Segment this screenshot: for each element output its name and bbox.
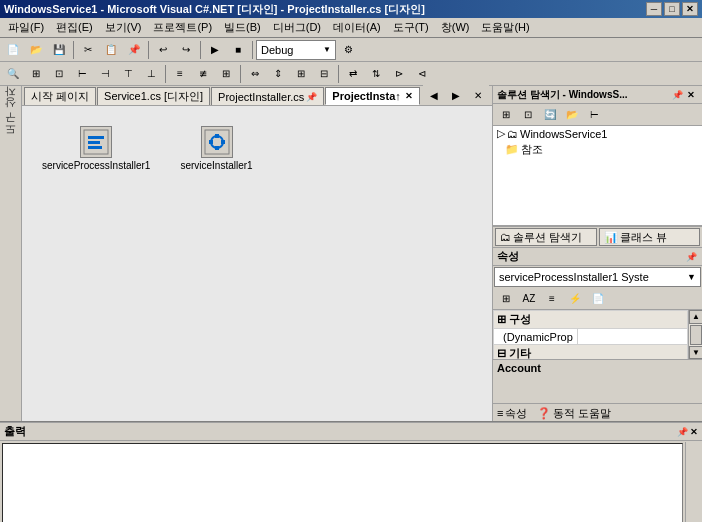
props-scrollbar[interactable]: ▲ ▼ [688, 310, 702, 359]
tb2-btn17[interactable]: ⊳ [388, 64, 410, 84]
props-show-props[interactable]: ≡ [541, 289, 563, 309]
close-icon[interactable]: ✕ [405, 91, 413, 101]
menu-build[interactable]: 빌드(B) [218, 19, 267, 36]
tb2-btn2[interactable]: ⊞ [25, 64, 47, 84]
sidebar-toolbox[interactable]: 도구 상자 [1, 90, 20, 145]
tab-scroll-right[interactable]: ▶ [445, 85, 467, 105]
properties-object-selector[interactable]: serviceProcessInstaller1 Syste ▼ [494, 267, 701, 287]
tab-label: 시작 페이지 [31, 89, 89, 104]
stop-btn[interactable]: ■ [227, 40, 249, 60]
title-bar: WindowsService1 - Microsoft Visual C#.NE… [0, 0, 702, 18]
props-tab-properties[interactable]: ≡ 속성 [493, 406, 531, 421]
properties-header: 속성 📌 [493, 248, 702, 266]
solution-explorer-title: 솔루션 탐색기 - WindowsS... [497, 88, 670, 102]
tab-start-page[interactable]: 시작 페이지 [24, 87, 96, 105]
solution-tab[interactable]: 🗂 솔루션 탐색기 [495, 228, 597, 246]
menu-view[interactable]: 보기(V) [99, 19, 148, 36]
props-show-events[interactable]: ⚡ [564, 289, 586, 309]
output-close[interactable]: ✕ [690, 427, 698, 437]
config-dropdown[interactable]: Debug ▼ [256, 40, 336, 60]
tb2-btn10[interactable]: ⊞ [215, 64, 237, 84]
tb2-btn5[interactable]: ⊣ [94, 64, 116, 84]
tb2-btn3[interactable]: ⊡ [48, 64, 70, 84]
tb2-btn13[interactable]: ⊞ [290, 64, 312, 84]
panel-pin[interactable]: 📌 [670, 88, 684, 102]
title-text: WindowsService1 - Microsoft Visual C#.NE… [4, 2, 646, 17]
menu-file[interactable]: 파일(F) [2, 19, 50, 36]
scroll-down[interactable]: ▼ [689, 346, 702, 360]
tree-references[interactable]: 📁 참조 [493, 141, 702, 158]
tab-service1[interactable]: Service1.cs [디자인] [97, 87, 210, 105]
tb2-btn18[interactable]: ⊲ [411, 64, 433, 84]
minimize-button[interactable]: ─ [646, 2, 662, 16]
menu-tools[interactable]: 도구(T) [387, 19, 435, 36]
tb2-btn14[interactable]: ⊟ [313, 64, 335, 84]
tab-close-main[interactable]: ✕ [467, 85, 489, 105]
component-serviceinstaller[interactable]: serviceInstaller1 [180, 126, 252, 171]
tab-scroll-left[interactable]: ◀ [423, 85, 445, 105]
new-btn[interactable]: 📄 [2, 40, 24, 60]
expand-icon: ⊞ [497, 313, 506, 325]
tb2-btn12[interactable]: ⇕ [267, 64, 289, 84]
tb2-btn4[interactable]: ⊢ [71, 64, 93, 84]
output-header: 출력 📌 ✕ [0, 423, 702, 441]
redo-btn[interactable]: ↪ [175, 40, 197, 60]
open-btn[interactable]: 📂 [25, 40, 47, 60]
sol-btn2[interactable]: ⊡ [517, 105, 539, 125]
props-tab-dynamic-help[interactable]: ❓ 동적 도움말 [533, 406, 615, 421]
props-tab-label: 속성 [505, 406, 527, 421]
props-proppage[interactable]: 📄 [587, 289, 609, 309]
sol-btn3[interactable]: 🔄 [539, 105, 561, 125]
tab-area: 시작 페이지 Service1.cs [디자인] ProjectInstalle… [22, 86, 492, 421]
extra-btn[interactable]: ⚙ [337, 40, 359, 60]
paste-btn[interactable]: 📌 [123, 40, 145, 60]
tree-expand: ▷ [497, 127, 505, 140]
props-row-dynamicprop[interactable]: (DynamicProp [494, 329, 688, 345]
menu-debug[interactable]: 디버그(D) [267, 19, 327, 36]
tree-root[interactable]: ▷ 🗂 WindowsService1 [493, 126, 702, 141]
tb2-btn1[interactable]: 🔍 [2, 64, 24, 84]
run-btn[interactable]: ▶ [204, 40, 226, 60]
undo-btn[interactable]: ↩ [152, 40, 174, 60]
props-object-name: serviceProcessInstaller1 Syste [499, 271, 649, 283]
props-sort-alpha[interactable]: AZ [518, 289, 540, 309]
sep7 [338, 65, 339, 83]
tb2-btn9[interactable]: ≢ [192, 64, 214, 84]
output-content [2, 443, 683, 522]
tab-projectinstaller-cs[interactable]: ProjectInstaller.cs 📌 [211, 87, 324, 105]
properties-title: 속성 [497, 249, 519, 264]
props-value[interactable] [577, 329, 688, 345]
tb2-btn8[interactable]: ≡ [169, 64, 191, 84]
scroll-track[interactable] [689, 324, 702, 346]
panel-close[interactable]: ✕ [684, 88, 698, 102]
tb2-btn16[interactable]: ⇅ [365, 64, 387, 84]
sol-btn4[interactable]: 📂 [561, 105, 583, 125]
main-container: 도구 상자 시작 페이지 Service1.cs [디자인] ProjectIn… [0, 86, 702, 422]
props-sort-cat[interactable]: ⊞ [495, 289, 517, 309]
tb2-btn15[interactable]: ⇄ [342, 64, 364, 84]
class-tab[interactable]: 📊 클래스 뷰 [599, 228, 701, 246]
sol-btn5[interactable]: ⊢ [583, 105, 605, 125]
save-btn[interactable]: 💾 [48, 40, 70, 60]
close-button[interactable]: ✕ [682, 2, 698, 16]
menu-help[interactable]: 도움말(H) [475, 19, 535, 36]
svg-rect-4 [205, 130, 229, 154]
component-icon-img [80, 126, 112, 158]
solution-tree: ▷ 🗂 WindowsService1 📁 참조 [493, 126, 702, 226]
menu-data[interactable]: 데이터(A) [327, 19, 387, 36]
scroll-up[interactable]: ▲ [689, 310, 702, 324]
tb2-btn6[interactable]: ⊤ [117, 64, 139, 84]
menu-window[interactable]: 창(W) [435, 19, 476, 36]
component-serviceprocess[interactable]: serviceProcessInstaller1 [42, 126, 150, 171]
tb2-btn7[interactable]: ⊥ [140, 64, 162, 84]
tab-projectinstaller-active[interactable]: ProjectInsta↑ ✕ [325, 87, 419, 105]
tb2-btn11[interactable]: ⇔ [244, 64, 266, 84]
props-pin[interactable]: 📌 [684, 250, 698, 264]
menu-project[interactable]: 프로젝트(P) [147, 19, 218, 36]
copy-btn[interactable]: 📋 [100, 40, 122, 60]
cut-btn[interactable]: ✂ [77, 40, 99, 60]
sol-btn1[interactable]: ⊞ [495, 105, 517, 125]
menu-edit[interactable]: 편집(E) [50, 19, 99, 36]
output-pin[interactable]: 📌 [677, 427, 688, 437]
maximize-button[interactable]: □ [664, 2, 680, 16]
